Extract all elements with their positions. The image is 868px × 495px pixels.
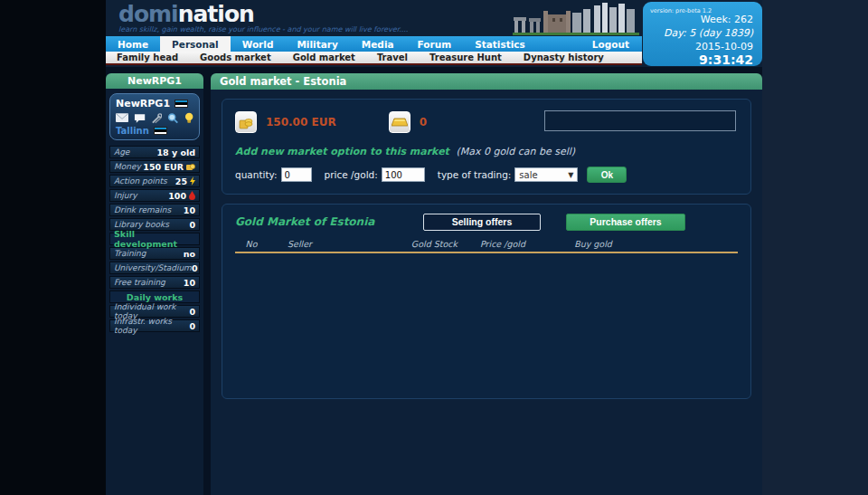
main-panel: Gold market - Estonia 150.00 EUR 0 <box>211 73 762 495</box>
search-icon[interactable] <box>167 112 178 124</box>
sidebar: NewRPG1 NewRPG1 Tallinn <box>106 73 203 495</box>
idea-icon[interactable] <box>184 112 193 124</box>
ok-button[interactable]: Ok <box>587 167 627 183</box>
quantity-label: quantity: <box>235 169 278 180</box>
nav-item-media[interactable]: Media <box>350 36 406 52</box>
nav-item-home[interactable]: Home <box>106 36 160 52</box>
page-wrapper: domination learn skillz, gain wealth, ra… <box>106 0 762 495</box>
column-buy-gold: Buy gold <box>548 239 638 249</box>
add-market-option-link[interactable]: Add new market option to this market <box>235 146 449 157</box>
stat-row-infrastr-work: Infrastr. works today 0 <box>109 319 200 332</box>
money-icon <box>186 163 195 171</box>
stat-row-injury: Injury 100 <box>109 189 200 202</box>
logo: domination learn skillz, gain wealth, ra… <box>118 3 408 33</box>
column-price-gold: Price /gold <box>458 239 548 249</box>
section-skill-development: Skill development <box>109 233 200 245</box>
main-body: 150.00 EUR 0 Add new market option to th… <box>211 90 762 495</box>
stat-row-drink: Drink remains 10 <box>109 204 200 216</box>
add-option-panel: 150.00 EUR 0 Add new market option to th… <box>222 99 751 195</box>
gold-amount: 0 <box>420 116 427 129</box>
stat-row-university: University/Stadium 0 <box>109 262 200 274</box>
energy-icon <box>190 176 195 186</box>
column-no: No <box>235 239 268 249</box>
injury-icon <box>189 191 195 200</box>
nav-item-military[interactable]: Military <box>285 36 349 52</box>
subnav-family-head[interactable]: Family head <box>106 52 189 62</box>
subnav-goods-market[interactable]: Goods market <box>189 52 282 62</box>
subnav-treasure-hunt[interactable]: Treasure Hunt <box>419 52 513 62</box>
time-label: 9:31:42 <box>643 53 753 67</box>
logo-part1: domi <box>118 1 178 27</box>
mail-icon[interactable] <box>116 113 128 123</box>
sidebar-body: NewRPG1 Tallinn <box>106 89 203 495</box>
game-clock-panel: version: pre-beta 1.2 Week: 262 Day: 5 (… <box>643 2 762 66</box>
table-divider <box>235 252 738 253</box>
chevron-down-icon: ▼ <box>568 171 573 179</box>
market-top-input[interactable] <box>544 110 736 131</box>
price-label: price /gold: <box>325 169 378 180</box>
subnav-travel[interactable]: Travel <box>366 52 419 62</box>
estonia-flag-icon <box>154 127 167 135</box>
header: domination learn skillz, gain wealth, ra… <box>106 0 762 67</box>
day-label: Day: 5 (day 1839) <box>643 26 753 40</box>
subnav-dynasty-history[interactable]: Dynasty history <box>513 52 615 62</box>
max-gold-note: (Max 0 gold can be sell) <box>456 146 575 157</box>
chat-icon[interactable] <box>134 113 146 124</box>
sidebar-header: NewRPG1 <box>106 73 203 89</box>
column-gold-stock: Gold Stock <box>358 239 458 249</box>
nav-item-personal[interactable]: Personal <box>160 36 231 52</box>
stat-row-action-points: Action points 25 <box>109 175 200 187</box>
stat-row-money: Money 150 EUR <box>109 160 200 173</box>
selling-offers-button[interactable]: Selling offers <box>423 214 541 231</box>
stat-row-training: Training no <box>109 247 200 260</box>
player-card: NewRPG1 Tallinn <box>109 93 200 140</box>
tools-icon[interactable] <box>151 113 162 124</box>
stat-row-age: Age 18 y old <box>109 146 200 158</box>
page-title: Gold market - Estonia <box>211 73 762 90</box>
main-nav: Home Personal World Military Media Forum… <box>106 36 642 52</box>
section-daily-works: Daily works <box>109 290 200 303</box>
offers-title: Gold Market of Estonia <box>231 215 423 228</box>
player-city[interactable]: Tallinn <box>116 126 149 136</box>
gold-bar-icon <box>389 111 410 133</box>
logo-part2: nation <box>178 1 254 27</box>
offers-table-header: No Seller Gold Stock Price /gold Buy gol… <box>231 239 741 249</box>
price-input[interactable] <box>382 167 425 182</box>
trading-type-label: type of trading: <box>438 169 512 180</box>
nav-item-world[interactable]: World <box>231 36 286 52</box>
purchase-offers-button[interactable]: Purchase offers <box>566 214 685 231</box>
column-seller: Seller <box>268 239 358 249</box>
date-label: 2015-10-09 <box>643 40 753 53</box>
nav-item-statistics[interactable]: Statistics <box>463 36 537 52</box>
subnav-gold-market[interactable]: Gold market <box>282 52 366 62</box>
money-amount: 150.00 EUR <box>266 116 336 129</box>
money-icon <box>235 111 257 133</box>
trading-type-select[interactable]: sale ▼ <box>514 167 578 182</box>
logo-tagline: learn skillz, gain wealth, raise your in… <box>118 25 408 33</box>
sub-nav: Family head Goods market Gold market Tra… <box>106 52 642 65</box>
quantity-input[interactable] <box>281 167 312 182</box>
nav-item-forum[interactable]: Forum <box>406 36 464 52</box>
stat-row-free-training: Free training 10 <box>109 276 200 289</box>
version-label: version: pre-beta 1.2 <box>650 5 712 18</box>
city-evolution-image <box>513 2 639 36</box>
content: NewRPG1 NewRPG1 Tallinn <box>106 73 762 495</box>
offers-panel: Gold Market of Estonia Selling offers Pu… <box>222 204 751 399</box>
estonia-flag-icon <box>175 100 188 108</box>
player-name: NewRPG1 <box>116 98 170 109</box>
logout-button[interactable]: Logout <box>580 36 642 52</box>
stat-row-individual-work: Individual work today 0 <box>109 305 200 318</box>
